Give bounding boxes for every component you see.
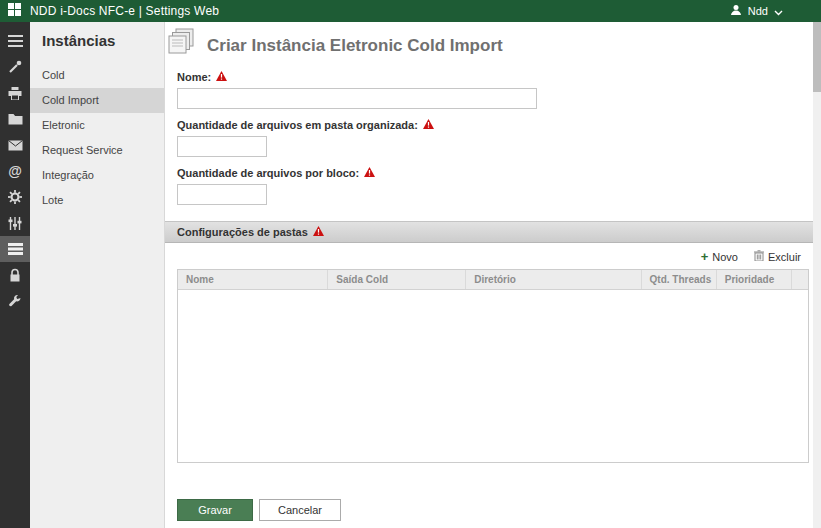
nome-label: Nome: [177,71,211,83]
rail-printer-button[interactable] [0,80,30,106]
rail-tools-button[interactable] [0,54,30,80]
required-warning-icon [313,226,324,238]
col-qtd-threads[interactable]: Qtd. Threads [642,270,717,289]
novo-button[interactable]: + Novo [701,250,738,263]
col-nome[interactable]: Nome [178,270,328,289]
topbar: NDD i-Docs NFC-e | Settings Web Ndd [0,0,821,22]
table-body-empty [178,290,808,462]
cancel-button[interactable]: Cancelar [259,499,341,521]
sidebar-item-integracao[interactable]: Integração [30,163,164,188]
form-actions: Gravar Cancelar [165,463,813,521]
required-warning-icon [423,119,434,131]
app-grid-logo-icon [8,2,21,20]
mail-icon [8,140,23,151]
section-title: Configurações de pastas [177,226,308,238]
col-extra [792,270,808,289]
sidebar-item-lote[interactable]: Lote [30,188,164,213]
sliders-icon [8,217,22,230]
required-warning-icon [364,167,375,179]
nome-label-row: Nome: [177,71,813,83]
pasta-organizada-input[interactable] [177,136,267,157]
user-menu[interactable]: Ndd [730,2,783,20]
grid-toolbar: + Novo Excluir [165,243,813,269]
rail-maintenance-button[interactable] [0,288,30,314]
main-content: Criar Instância Eletronic Cold Import No… [165,22,821,528]
at-icon: @ [8,164,22,178]
sidebar-item-eletronic[interactable]: Eletronic [30,113,164,138]
novo-label: Novo [712,251,738,263]
scrollbar-thumb[interactable] [813,22,821,92]
col-saida-cold[interactable]: Saída Cold [328,270,466,289]
wrench-icon [8,294,22,308]
page-title: Criar Instância Eletronic Cold Import [207,36,503,59]
plus-icon: + [701,250,709,263]
pasta-organizada-label: Quantidade de arquivos em pasta organiza… [177,119,418,131]
list-rows-icon [8,243,23,255]
pastas-table: Nome Saída Cold Diretório Qtd. Threads P… [177,269,809,463]
arquivos-bloco-label: Quantidade de arquivos por bloco: [177,167,359,179]
instances-sidebar: Instâncias Cold Cold Import Eletronic Re… [30,22,165,528]
rail-mail-button[interactable] [0,132,30,158]
gear-icon [8,190,22,204]
sidebar-item-request-service[interactable]: Request Service [30,138,164,163]
vertical-scrollbar[interactable] [813,22,821,528]
lock-icon [9,268,21,282]
stacked-documents-icon [167,28,199,59]
table-header-row: Nome Saída Cold Diretório Qtd. Threads P… [178,270,808,290]
user-icon [730,2,742,20]
rail-menu-button[interactable] [0,28,30,54]
excluir-button[interactable]: Excluir [754,250,801,263]
sidebar-item-cold[interactable]: Cold [30,63,164,88]
rail-at-button[interactable]: @ [0,158,30,184]
arquivos-bloco-input[interactable] [177,184,267,205]
rail-instances-button[interactable] [0,236,30,262]
brush-icon [8,60,22,74]
required-warning-icon [216,71,227,83]
sidebar-item-cold-import[interactable]: Cold Import [30,88,164,113]
trash-icon [754,250,764,263]
menu-icon [8,35,23,47]
bloco-label-row: Quantidade de arquivos por bloco: [177,167,813,179]
rail-settings-button[interactable] [0,184,30,210]
folder-icon [8,113,23,125]
user-name: Ndd [748,5,768,17]
rail-folder-button[interactable] [0,106,30,132]
nome-input[interactable] [177,88,537,109]
app-title: NDD i-Docs NFC-e | Settings Web [30,4,219,18]
col-diretorio[interactable]: Diretório [466,270,641,289]
chevron-down-icon [774,2,783,20]
printer-icon [8,87,22,100]
rail-security-button[interactable] [0,262,30,288]
sidebar-title: Instâncias [30,22,164,63]
section-configuracoes-pastas: Configurações de pastas [165,221,813,243]
pasta-label-row: Quantidade de arquivos em pasta organiza… [177,119,813,131]
rail-sliders-button[interactable] [0,210,30,236]
col-prioridade[interactable]: Prioridade [717,270,792,289]
icon-rail: @ [0,22,30,528]
save-button[interactable]: Gravar [177,499,253,521]
excluir-label: Excluir [768,251,801,263]
